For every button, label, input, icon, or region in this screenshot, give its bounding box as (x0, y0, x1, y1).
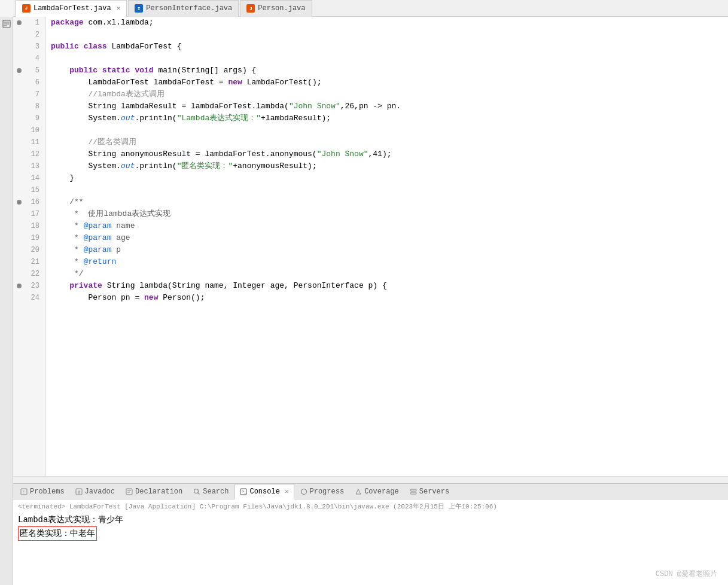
code-line-24: Person pn = new Person(); (51, 292, 728, 304)
code-line-11: //匿名类调用 (51, 136, 728, 148)
code-line-8: String lambdaResult = lambdaForTest.lamb… (51, 100, 728, 112)
line-gutter: 1 2 3 4 5 6 7 8 9 10 11 12 13 14 15 16 1… (13, 17, 46, 476)
svg-point-11 (194, 489, 199, 493)
bottom-tab-servers[interactable]: Servers (405, 484, 454, 499)
tab-personinterface[interactable]: I PersonInterface.java (128, 0, 239, 17)
svg-text:@: @ (78, 490, 81, 495)
code-line-12: String anonymousResult = lambdaForTest.a… (51, 148, 728, 160)
bottom-tab-declaration[interactable]: Declaration (121, 484, 187, 499)
tab-lambdafortest[interactable]: J LambdaForTest.java ✕ (16, 0, 127, 17)
code-line-13: System.out.println("匿名类实现："+anonymousRes… (51, 160, 728, 172)
line-num-8: 8 (13, 100, 43, 112)
line-num-12: 12 (13, 148, 43, 160)
javadoc-icon: @ (75, 488, 83, 495)
console-icon: >_ (240, 488, 247, 495)
code-line-23: private String lambda(String name, Integ… (51, 280, 728, 292)
line-num-1: 1 (13, 17, 43, 29)
svg-rect-16 (410, 489, 416, 491)
bottom-tab-console-label: Console (249, 488, 279, 496)
line-num-20: 20 (13, 244, 43, 256)
code-line-16: /** (51, 196, 728, 208)
bottom-tab-progress[interactable]: Progress (296, 484, 349, 499)
warning-icon: ! (20, 488, 28, 495)
code-line-5: public static void main(String[] args) { (51, 65, 728, 77)
tab-bar: J LambdaForTest.java ✕ I PersonInterface… (13, 0, 728, 17)
code-line-17: * 使用lambda表达式实现 (51, 208, 728, 220)
tab-icon-person: J (246, 4, 255, 13)
code-line-20: * @param p (51, 244, 728, 256)
coverage-icon (355, 488, 362, 495)
bottom-panel: ! Problems @ Javadoc Declaration Search … (13, 483, 728, 585)
line-num-23: 23 (13, 280, 43, 292)
line-num-9: 9 (13, 112, 43, 124)
console-output-line1-text: Lambda表达式实现：青少年 (18, 515, 123, 525)
line-num-4: 4 (13, 53, 43, 65)
code-line-21: * @return (51, 256, 728, 268)
tab-icon-java: J (22, 4, 31, 13)
line-num-11: 11 (13, 136, 43, 148)
code-line-2 (51, 29, 728, 41)
line-num-14: 14 (13, 172, 43, 184)
code-line-14: } (51, 172, 728, 184)
bottom-tab-servers-label: Servers (419, 488, 449, 496)
tab-label-lambdafortest: LambdaForTest.java (33, 4, 111, 13)
line-num-16: 16 (13, 196, 43, 208)
code-line-15 (51, 184, 728, 196)
line-num-22: 22 (13, 268, 43, 280)
watermark: CSDN @爱看老照片 (656, 569, 717, 579)
horizontal-scrollbar[interactable] (13, 476, 728, 483)
line-num-10: 10 (13, 124, 43, 136)
servers-icon (410, 488, 417, 495)
code-line-3: public class LambdaForTest { (51, 41, 728, 53)
code-line-4 (51, 53, 728, 65)
progress-icon (300, 488, 307, 495)
bottom-tab-bar: ! Problems @ Javadoc Declaration Search … (13, 484, 728, 499)
bottom-tab-javadoc-label: Javadoc (85, 488, 115, 496)
line-num-7: 7 (13, 89, 43, 100)
line-num-18: 18 (13, 220, 43, 232)
code-line-1: package com.xl.lambda; (51, 17, 728, 29)
line-num-3: 3 (13, 41, 43, 53)
line-num-15: 15 (13, 184, 43, 196)
svg-rect-8 (126, 489, 132, 495)
line-num-24: 24 (13, 292, 43, 304)
line-num-19: 19 (13, 232, 43, 244)
line-num-13: 13 (13, 160, 43, 172)
bottom-tab-problems-label: Problems (30, 488, 65, 496)
bottom-tab-search[interactable]: Search (188, 484, 233, 499)
svg-text:>_: >_ (242, 489, 247, 494)
code-line-9: System.out.println("Lambda表达式实现："+lambda… (51, 112, 728, 124)
bottom-tab-javadoc[interactable]: @ Javadoc (71, 484, 120, 499)
bottom-tab-coverage[interactable]: Coverage (350, 484, 404, 499)
line-num-17: 17 (13, 208, 43, 220)
bottom-tab-console-close[interactable]: ✕ (285, 488, 289, 495)
bottom-tab-problems[interactable]: ! Problems (16, 484, 69, 499)
search-icon (193, 488, 200, 495)
code-line-18: * @param name (51, 220, 728, 232)
bottom-tab-declaration-label: Declaration (135, 488, 182, 496)
code-line-7: //lambda表达式调用 (51, 89, 728, 100)
bottom-tab-console[interactable]: >_ Console ✕ (234, 484, 294, 499)
code-lines[interactable]: package com.xl.lambda; public class Lamb… (46, 17, 728, 476)
editor-area: 1 2 3 4 5 6 7 8 9 10 11 12 13 14 15 16 1… (13, 17, 728, 483)
line-num-2: 2 (13, 29, 43, 41)
bottom-tab-progress-label: Progress (310, 488, 345, 496)
line-num-5: 5 (13, 65, 43, 77)
console-output-line2-highlighted: 匿名类实现：中老年 (18, 526, 97, 541)
tab-label-personinterface: PersonInterface.java (146, 4, 232, 13)
tab-icon-personinterface: I (135, 4, 143, 13)
bottom-tab-coverage-label: Coverage (364, 488, 399, 496)
declaration-icon (126, 488, 133, 495)
tab-close-lambdafortest[interactable]: ✕ (117, 4, 121, 12)
tab-person[interactable]: J Person.java (240, 0, 312, 17)
bottom-tab-search-label: Search (203, 488, 229, 496)
console-content: <terminated> LambdaForTest [Java Applica… (13, 499, 728, 585)
console-output-line2: 匿名类实现：中老年 (18, 526, 723, 541)
svg-text:!: ! (23, 489, 26, 495)
tab-label-person: Person.java (258, 4, 305, 13)
console-output-line1: Lambda表达式实现：青少年 (18, 513, 723, 526)
code-line-10 (51, 124, 728, 136)
activity-icon-1[interactable] (2, 19, 11, 29)
line-num-6: 6 (13, 77, 43, 89)
svg-line-12 (198, 492, 200, 494)
